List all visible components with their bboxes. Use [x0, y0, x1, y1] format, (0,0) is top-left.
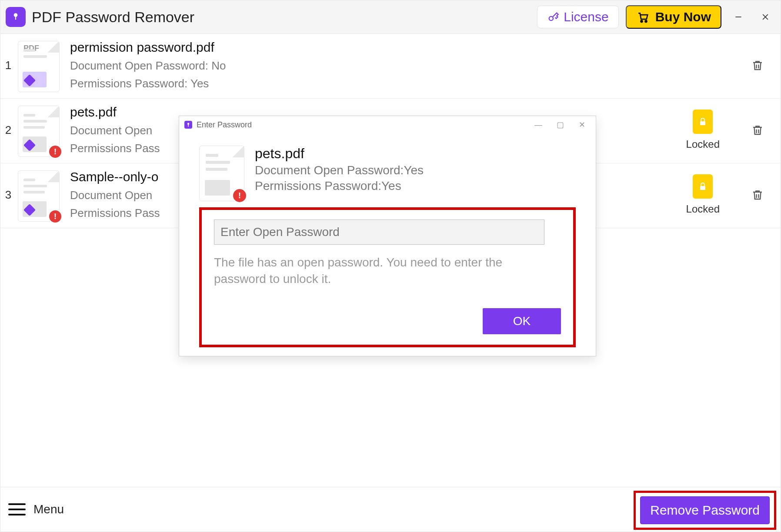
- menu-icon: [8, 503, 26, 515]
- dialog-open-password: Document Open Password:Yes: [255, 163, 424, 177]
- file-info: permission password.pdf Document Open Pa…: [70, 38, 226, 92]
- locked-label: Locked: [686, 203, 720, 215]
- buy-label: Buy Now: [655, 10, 711, 24]
- app-title: PDF Password Remover: [32, 9, 194, 26]
- file-thumbnail: [18, 106, 60, 157]
- file-perm-password: Permissions Password: Yes: [70, 77, 226, 90]
- dialog-file-thumbnail: [199, 146, 244, 201]
- dialog-titlebar: Enter Password — ▢ ✕: [179, 116, 596, 133]
- dialog-body: pets.pdf Document Open Password:Yes Perm…: [179, 133, 596, 356]
- app-logo-icon: [6, 7, 26, 27]
- window-minimize-button[interactable]: [728, 7, 748, 27]
- file-thumbnail: PDF: [18, 41, 60, 92]
- license-button[interactable]: License: [537, 6, 618, 28]
- row-index: 2: [0, 103, 13, 157]
- delete-button[interactable]: [750, 186, 765, 203]
- password-help-text: The file has an open password. You need …: [214, 254, 549, 287]
- svg-rect-1: [15, 16, 16, 20]
- row-actions: Locked: [686, 103, 781, 157]
- lock-icon: [693, 110, 713, 134]
- file-open-password: Document Open: [70, 124, 160, 137]
- buy-now-button[interactable]: Buy Now: [626, 5, 721, 29]
- file-name: Sample--only-o: [70, 170, 160, 184]
- license-label: License: [564, 10, 608, 24]
- row-index: 1: [0, 38, 13, 92]
- file-name: permission password.pdf: [70, 40, 226, 55]
- dialog-minimize-button[interactable]: —: [530, 120, 547, 130]
- file-row[interactable]: 1 PDF permission password.pdf Document O…: [0, 34, 781, 99]
- row-index: 3: [0, 168, 13, 222]
- content-area: 1 PDF permission password.pdf Document O…: [0, 34, 781, 487]
- enter-password-dialog: Enter Password — ▢ ✕ pets.pdf Document O…: [179, 116, 596, 356]
- delete-button[interactable]: [750, 57, 765, 74]
- file-info: pets.pdf Document Open Permissions Pass: [70, 103, 160, 157]
- bottombar: Menu Remove Password: [0, 487, 781, 532]
- dialog-maximize-button[interactable]: ▢: [551, 120, 569, 130]
- dialog-close-button[interactable]: ✕: [573, 120, 591, 130]
- row-actions: Locked: [686, 168, 781, 222]
- file-open-password: Document Open Password: No: [70, 59, 226, 73]
- dialog-perm-password: Permissions Password:Yes: [255, 179, 424, 193]
- file-thumbnail: [18, 170, 60, 222]
- menu-button[interactable]: Menu: [8, 502, 64, 516]
- dialog-file-info: pets.pdf Document Open Password:Yes Perm…: [255, 146, 424, 193]
- dialog-app-icon: [184, 121, 192, 129]
- svg-rect-13: [700, 186, 705, 190]
- ok-button[interactable]: OK: [483, 308, 561, 334]
- file-name: pets.pdf: [70, 105, 160, 120]
- locked-status: Locked: [686, 110, 720, 150]
- dialog-title: Enter Password: [197, 120, 252, 130]
- app-window: PDF Password Remover License Buy Now: [0, 0, 781, 532]
- menu-label: Menu: [33, 502, 64, 516]
- highlight-annotation: The file has an open password. You need …: [199, 207, 576, 347]
- file-perm-password: Permissions Pass: [70, 142, 160, 155]
- highlight-annotation: Remove Password: [634, 491, 776, 530]
- dialog-file-name: pets.pdf: [255, 146, 424, 162]
- lock-icon: [693, 174, 713, 199]
- file-open-password: Document Open: [70, 189, 160, 202]
- file-perm-password: Permissions Pass: [70, 206, 160, 220]
- svg-rect-18: [188, 124, 189, 126]
- remove-password-button[interactable]: Remove Password: [640, 496, 770, 524]
- window-close-button[interactable]: [755, 7, 775, 27]
- svg-point-3: [641, 20, 642, 22]
- cart-icon: [636, 10, 649, 23]
- titlebar: PDF Password Remover License Buy Now: [0, 0, 781, 34]
- file-info: Sample--only-o Document Open Permissions…: [70, 168, 160, 222]
- open-password-input[interactable]: [214, 219, 544, 245]
- dialog-file-header: pets.pdf Document Open Password:Yes Perm…: [199, 146, 576, 201]
- delete-button[interactable]: [750, 121, 765, 139]
- svg-point-4: [645, 20, 647, 22]
- svg-rect-10: [700, 121, 705, 125]
- locked-status: Locked: [686, 174, 720, 215]
- svg-point-2: [549, 17, 553, 20]
- key-icon: [547, 11, 559, 23]
- row-actions: [750, 38, 781, 92]
- locked-label: Locked: [686, 138, 720, 150]
- titlebar-right: License Buy Now: [537, 5, 775, 29]
